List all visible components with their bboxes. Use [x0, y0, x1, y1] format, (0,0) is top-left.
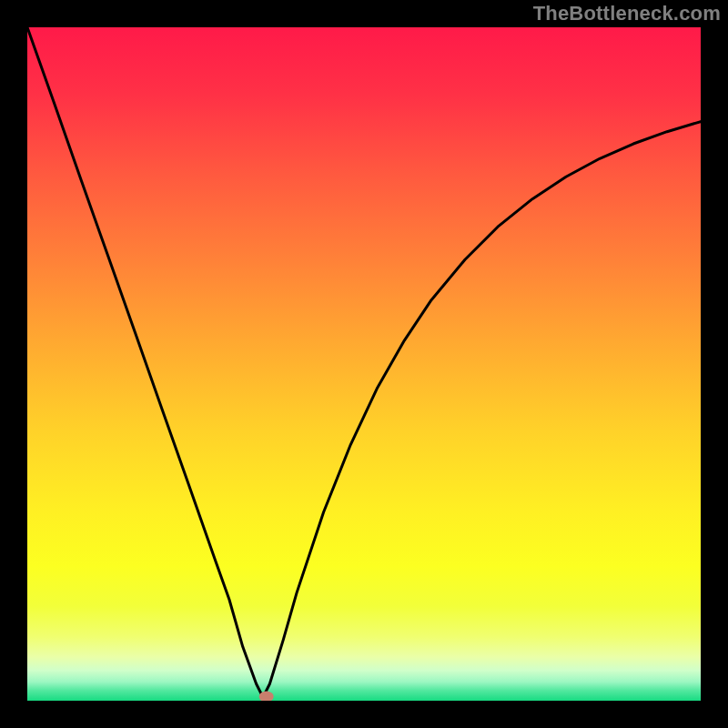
watermark-text: TheBottleneck.com [533, 2, 721, 25]
bottleneck-chart [27, 27, 701, 701]
plot-background [27, 27, 701, 701]
chart-frame: TheBottleneck.com [0, 0, 728, 728]
